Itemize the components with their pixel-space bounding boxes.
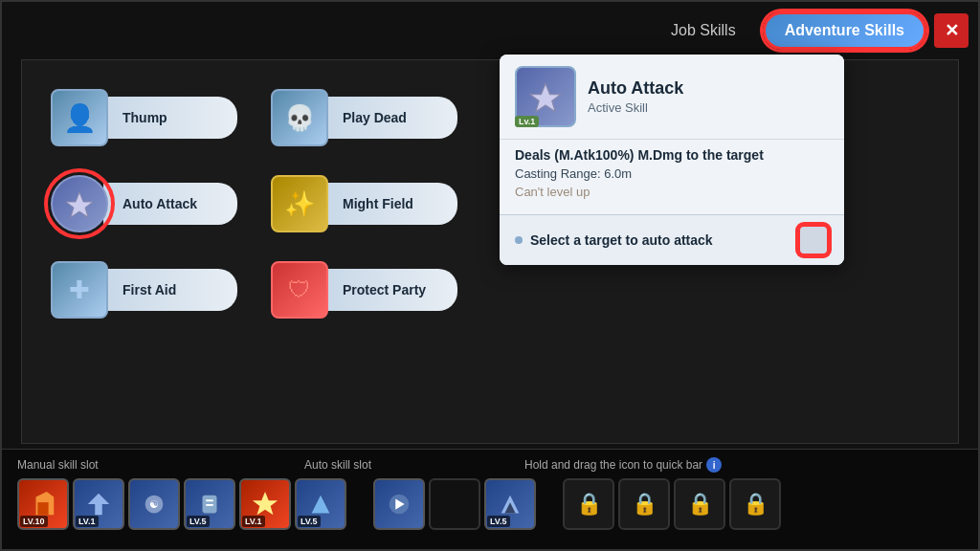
slot-1-lv: LV.10 <box>20 516 48 527</box>
protect-party-icon: 🛡 <box>271 261 328 319</box>
auto-slot-label: Auto skill slot <box>304 458 524 472</box>
play-dead-label: Play Dead <box>323 97 457 139</box>
lock-slot-4[interactable]: 🔒 <box>729 478 781 530</box>
popup-icon-svg <box>528 79 563 114</box>
popup-header: Lv.1 Auto Attack Active Skill <box>500 55 844 139</box>
might-field-icon: ✨ <box>271 175 328 232</box>
svg-marker-7 <box>253 492 278 515</box>
slot-2-icon <box>84 490 113 518</box>
popup-casting-range: Casting Range: 6.0m <box>515 166 829 181</box>
popup-skill-type: Active Skill <box>588 100 829 115</box>
lock-icon-3: 🔒 <box>687 492 713 517</box>
popup-select-checkbox[interactable] <box>798 225 829 255</box>
first-aid-icon: ✚ <box>51 261 108 319</box>
play-dead-icon: 💀 <box>271 89 328 146</box>
skill-item-protect-party[interactable]: 🛡 Protect Party <box>271 252 481 328</box>
manual-slot-label: Manual skill slot <box>17 458 304 472</box>
popup-description: Deals (M.Atk100%) M.Dmg to the target <box>515 147 829 163</box>
slot-1-icon <box>29 490 57 518</box>
popup-select-row: Select a target to auto attack <box>515 232 713 248</box>
popup-dot-icon <box>515 236 523 244</box>
slot-7[interactable] <box>373 478 425 530</box>
slot-5-lv: LV.1 <box>242 516 265 527</box>
hold-drag-label: Hold and drag the icon to quick bar i <box>524 457 963 473</box>
slot-9[interactable]: LV.5 <box>484 478 536 530</box>
popup-title-area: Auto Attack Active Skill <box>588 78 829 115</box>
slot-7-icon <box>385 490 413 518</box>
popup-skill-name: Auto Attack <box>588 78 829 99</box>
slot-2-lv: LV.1 <box>76 516 99 527</box>
bottom-bar: Manual skill slot Auto skill slot Hold a… <box>2 449 978 549</box>
popup-lv-badge: Lv.1 <box>515 116 539 127</box>
popup-body: Deals (M.Atk100%) M.Dmg to the target Ca… <box>500 139 844 214</box>
slots-row: LV.10 LV.1 ☯ LV.5 LV.1 LV.5 <box>17 478 963 530</box>
skill-item-thump[interactable]: 👤 Thump <box>51 79 261 156</box>
skill-item-might-field[interactable]: ✨ Might Field <box>271 165 481 242</box>
popup-cant-level: Can't level up <box>515 185 829 199</box>
skill-item-auto-attack[interactable]: Auto Attack <box>51 165 261 242</box>
protect-party-label: Protect Party <box>323 269 457 311</box>
slot-4[interactable]: LV.5 <box>184 478 235 530</box>
slot-5-icon <box>251 490 279 518</box>
svg-marker-0 <box>66 192 93 217</box>
slot-6[interactable]: LV.5 <box>295 478 346 530</box>
slot-2[interactable]: LV.1 <box>73 478 124 530</box>
svg-marker-1 <box>530 84 561 112</box>
thump-icon: 👤 <box>51 89 108 146</box>
auto-attack-svg <box>64 188 95 219</box>
might-field-label: Might Field <box>323 183 457 225</box>
auto-attack-label: Auto Attack <box>103 183 237 225</box>
popup-footer: Select a target to auto attack <box>500 214 844 265</box>
svg-text:☯: ☯ <box>149 498 159 510</box>
slot-6-icon <box>306 490 335 518</box>
skill-item-first-aid[interactable]: ✚ First Aid <box>51 252 261 328</box>
slot-9-lv: LV.5 <box>487 516 510 527</box>
lock-slot-3[interactable]: 🔒 <box>674 478 725 530</box>
slot-8-empty[interactable] <box>429 478 480 530</box>
slot-4-icon <box>195 490 224 518</box>
popup-skill-icon: Lv.1 <box>515 66 576 127</box>
slot-3[interactable]: ☯ <box>128 478 180 530</box>
thump-label: Thump <box>103 97 237 139</box>
header: Job Skills Adventure Skills ✕ <box>652 11 969 50</box>
lock-icon-4: 🔒 <box>743 492 768 517</box>
lock-icon-1: 🔒 <box>576 492 602 517</box>
main-window: Job Skills Adventure Skills ✕ 👤 Thump 💀 … <box>0 0 980 551</box>
first-aid-label: First Aid <box>103 269 237 311</box>
tab-job-skills[interactable]: Job Skills <box>652 14 755 47</box>
popup-select-text: Select a target to auto attack <box>530 232 713 248</box>
lock-icon-2: 🔒 <box>632 492 657 517</box>
skill-item-play-dead[interactable]: 💀 Play Dead <box>271 79 481 156</box>
slot-9-icon <box>496 490 524 518</box>
slot-4-lv: LV.5 <box>187 516 210 527</box>
skill-popup: Lv.1 Auto Attack Active Skill Deals (M.A… <box>500 55 844 265</box>
lock-slot-2[interactable]: 🔒 <box>618 478 670 530</box>
slot-5[interactable]: LV.1 <box>239 478 291 530</box>
auto-attack-icon <box>51 175 108 232</box>
lock-slot-1[interactable]: 🔒 <box>563 478 614 530</box>
close-button[interactable]: ✕ <box>934 13 969 48</box>
slot-6-lv: LV.5 <box>298 516 321 527</box>
bottom-labels: Manual skill slot Auto skill slot Hold a… <box>17 457 963 473</box>
tab-adventure-skills[interactable]: Adventure Skills <box>763 11 926 50</box>
slot-1[interactable]: LV.10 <box>17 478 69 530</box>
slot-3-icon: ☯ <box>140 490 168 518</box>
info-icon: i <box>706 457 722 473</box>
